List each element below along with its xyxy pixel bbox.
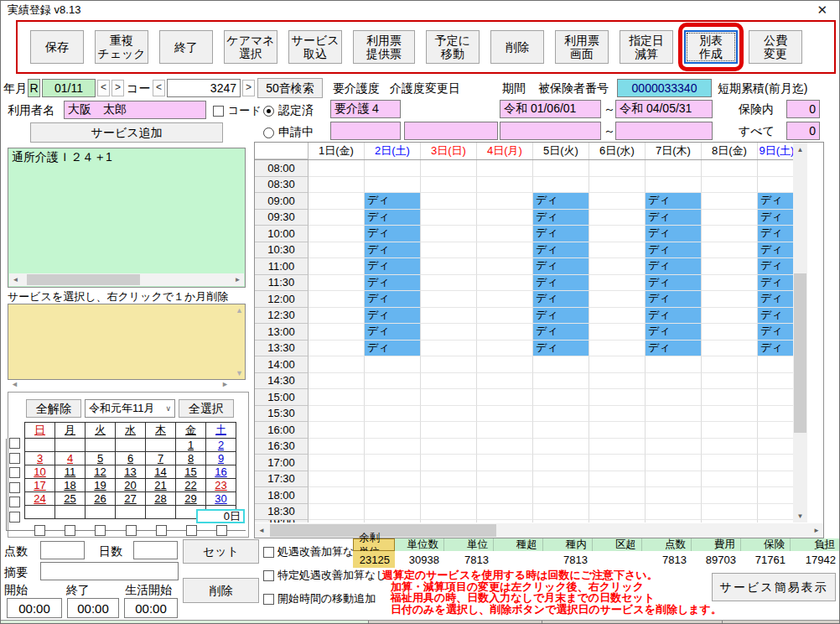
delete-button[interactable]: 削除 <box>490 30 544 64</box>
schedule-cell[interactable] <box>702 520 758 523</box>
schedule-cell[interactable] <box>477 160 533 177</box>
schedule-cell[interactable] <box>421 520 477 523</box>
schedule-cell[interactable] <box>589 258 646 275</box>
schedule-cell[interactable] <box>477 439 533 455</box>
calendar-day-cell[interactable] <box>86 439 116 452</box>
period-to-pending-field[interactable] <box>615 122 713 140</box>
schedule-cell[interactable] <box>533 373 589 390</box>
calendar-day-cell[interactable]: 7 <box>146 452 176 465</box>
schedule-cell[interactable] <box>421 373 477 390</box>
scroll-left-icon[interactable]: ◄ <box>11 380 18 388</box>
schedule-cell[interactable] <box>646 504 702 521</box>
schedule-cell[interactable] <box>533 455 589 471</box>
schedule-cell[interactable] <box>309 455 365 471</box>
schedule-cell[interactable] <box>309 341 365 357</box>
month-field[interactable]: 01/11 <box>42 79 96 97</box>
within-insurance-field[interactable]: 0 <box>786 100 820 118</box>
schedule-cell[interactable] <box>477 422 533 439</box>
calendar-day-cell[interactable]: 5 <box>86 452 116 465</box>
schedule-cell[interactable] <box>309 389 365 406</box>
option-checkbox[interactable] <box>263 594 274 605</box>
calendar-day-cell[interactable]: 17 <box>25 479 55 492</box>
calendar-day-cell[interactable]: 10 <box>25 465 55 479</box>
schedule-cell[interactable] <box>309 291 365 308</box>
calendar-week-checkbox[interactable] <box>9 453 20 464</box>
care-level-pending-field[interactable] <box>330 122 401 140</box>
service-list-item[interactable]: 通所介護Ｉ２４＋1 <box>8 148 245 167</box>
schedule-cell[interactable] <box>421 226 477 242</box>
schedule-event-cell[interactable]: ディ <box>646 242 702 259</box>
calendar-day-cell[interactable] <box>146 439 176 452</box>
schedule-cell[interactable] <box>589 324 646 341</box>
schedule-cell[interactable] <box>309 177 365 194</box>
service-simple-view-button[interactable]: サービス簡易表示 <box>712 573 836 601</box>
schedule-event-cell[interactable]: ディ <box>646 308 702 325</box>
scroll-up-icon[interactable]: ▲ <box>236 306 243 315</box>
schedule-cell[interactable] <box>421 291 477 308</box>
schedule-cell[interactable] <box>646 520 702 523</box>
schedule-cell[interactable] <box>758 439 793 455</box>
code-prev-button[interactable]: < <box>153 80 165 96</box>
schedule-cell[interactable] <box>365 406 421 423</box>
schedule-cell[interactable] <box>533 422 589 439</box>
care-change-field[interactable] <box>404 122 498 140</box>
schedule-cell[interactable] <box>309 439 365 455</box>
schedule-cell[interactable] <box>309 504 365 521</box>
schedule-event-cell[interactable]: ディ <box>533 308 589 325</box>
month-prev-button[interactable]: < <box>97 80 110 96</box>
schedule-cell[interactable] <box>589 504 646 521</box>
schedule-event-cell[interactable]: ディ <box>646 226 702 242</box>
schedule-cell[interactable] <box>533 389 589 406</box>
close-icon[interactable]: ✕ <box>817 3 827 18</box>
calendar-day-cell[interactable]: 30 <box>206 492 236 506</box>
service-add-button[interactable]: サービス追加 <box>30 122 223 143</box>
all-field[interactable]: 0 <box>786 122 820 140</box>
memo-listbox[interactable]: ▲ ▼ <box>8 304 246 380</box>
schedule-cell[interactable] <box>702 275 758 292</box>
scrollbar-thumb[interactable] <box>27 274 140 285</box>
schedule-cell[interactable] <box>702 389 758 406</box>
schedule-event-cell[interactable]: ディ <box>758 308 793 325</box>
schedule-event-cell[interactable]: ディ <box>758 258 793 275</box>
schedule-event-cell[interactable]: ディ <box>533 210 589 226</box>
calendar-day-cell[interactable]: 12 <box>86 465 116 479</box>
month-next-button[interactable]: > <box>111 80 124 96</box>
schedule-event-cell[interactable]: ディ <box>758 341 793 357</box>
schedule-cell[interactable] <box>702 308 758 325</box>
calendar-day-cell[interactable] <box>25 439 55 452</box>
schedule-cell[interactable] <box>309 193 365 210</box>
option-checkbox[interactable] <box>263 570 274 581</box>
calendar-day-cell[interactable]: 28 <box>146 492 176 506</box>
calendar-day-cell[interactable]: 6 <box>116 452 146 465</box>
schedule-cell[interactable] <box>477 373 533 390</box>
schedule-cell[interactable] <box>702 504 758 521</box>
period-to-field[interactable]: 令和 04/05/31 <box>615 100 713 118</box>
schedule-cell[interactable] <box>589 487 646 504</box>
schedule-cell[interactable] <box>589 275 646 292</box>
schedule-cell[interactable] <box>589 210 646 226</box>
service-import-button[interactable]: サービス 取込 <box>288 30 342 64</box>
schedule-hscrollbar[interactable]: ◄ ► <box>255 523 823 538</box>
schedule-cell[interactable] <box>589 177 646 194</box>
schedule-event-cell[interactable]: ディ <box>758 242 793 259</box>
schedule-cell[interactable] <box>533 356 589 373</box>
care-manager-select-button[interactable]: ケアマネ 選択 <box>224 30 277 64</box>
schedule-cell[interactable] <box>702 406 758 423</box>
schedule-cell[interactable] <box>421 439 477 455</box>
schedule-cell[interactable] <box>758 373 793 390</box>
care-level-field[interactable]: 要介護４ <box>330 100 401 118</box>
calendar-weekday-checkbox[interactable] <box>216 525 227 536</box>
schedule-cell[interactable] <box>309 160 365 177</box>
schedule-cell[interactable] <box>646 487 702 504</box>
schedule-cell[interactable] <box>421 471 477 488</box>
calendar-day-cell[interactable]: 4 <box>55 452 86 465</box>
schedule-cell[interactable] <box>533 487 589 504</box>
specified-day-reduction-button[interactable]: 指定日 減算 <box>620 30 673 64</box>
schedule-cell[interactable] <box>646 471 702 488</box>
schedule-cell[interactable] <box>589 471 646 488</box>
schedule-cell[interactable] <box>758 389 793 406</box>
calendar-day-cell[interactable]: 27 <box>116 492 146 506</box>
schedule-cell[interactable] <box>421 356 477 373</box>
schedule-cell[interactable] <box>477 193 533 210</box>
schedule-scroll-area[interactable]: 1日(金)2日(土)3日(日)4日(月)5日(火)6日(水)7日(木)8日(金)… <box>255 143 793 523</box>
